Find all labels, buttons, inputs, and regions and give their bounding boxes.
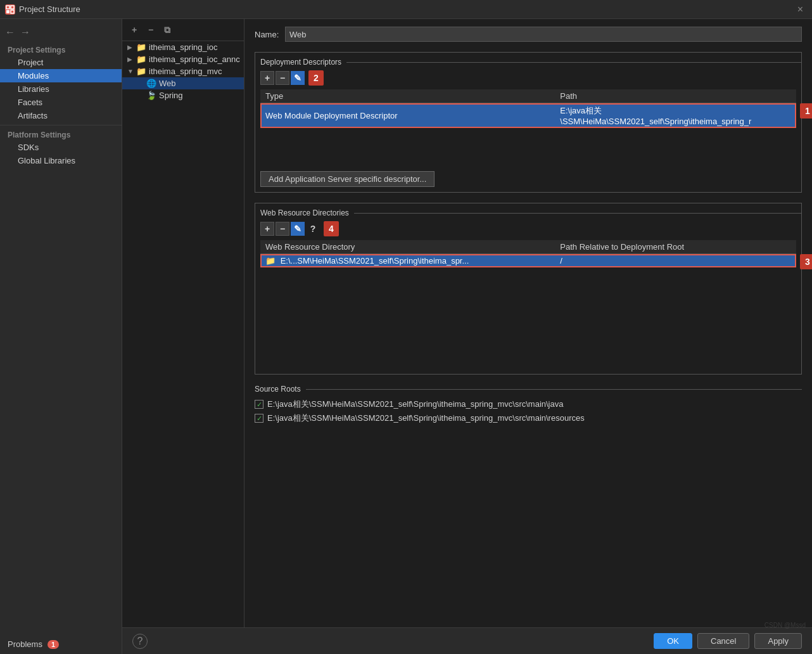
tree-item-web[interactable]: 🌐 Web	[122, 77, 244, 89]
web-resource-empty-space	[260, 267, 801, 369]
title-bar: Project Structure ×	[0, 0, 812, 19]
spring-icon: 🍃	[146, 91, 156, 100]
web-resource-table: Web Resource Directory Path Relative to …	[260, 240, 796, 267]
deployment-table-container: Type Path Web Module Deployment Descript…	[260, 89, 796, 128]
web-resource-remove-button[interactable]: −	[276, 222, 289, 236]
problems-section[interactable]: Problems 1	[0, 634, 122, 654]
folder-icon: 📁	[136, 54, 146, 64]
sidebar-item-modules-label: Modules	[18, 71, 49, 80]
section-divider	[346, 62, 801, 63]
copy-module-button[interactable]: ⧉	[160, 23, 174, 37]
tree-item-spring[interactable]: 🍃 Spring	[122, 89, 244, 101]
sidebar-divider	[0, 125, 122, 125]
left-panel: + − ⧉ ▶ 📁 itheima_spring_ioc ▶ 📁 itheima…	[122, 19, 244, 654]
web-resource-col-dir: Web Resource Directory	[260, 240, 555, 254]
ok-button[interactable]: OK	[654, 633, 692, 649]
cancel-button[interactable]: Cancel	[697, 633, 749, 649]
watermark: CSDN @Mssd	[764, 622, 806, 629]
svg-rect-1	[11, 6, 14, 9]
svg-rect-2	[6, 10, 10, 13]
remove-module-button[interactable]: −	[144, 23, 158, 37]
app-icon	[5, 4, 15, 15]
deployment-table-row[interactable]: Web Module Deployment Descriptor E:\java…	[260, 103, 796, 129]
left-panel-toolbar: + − ⧉	[122, 19, 244, 41]
sidebar-item-sdks-label: SDKs	[18, 143, 39, 152]
deployment-edit-button[interactable]: ✎	[291, 71, 305, 85]
web-resource-edit-button[interactable]: ✎	[291, 222, 305, 236]
web-icon: 🌐	[146, 79, 156, 88]
help-button[interactable]: ?	[132, 634, 148, 649]
tree-toggle-icon: ▶	[127, 44, 136, 51]
tree-item-itheima-spring-ioc[interactable]: ▶ 📁 itheima_spring_ioc	[122, 41, 244, 53]
web-resource-path-cell: /	[555, 254, 796, 268]
tree-item-label: itheima_spring_mvc	[149, 67, 222, 76]
close-button[interactable]: ×	[794, 3, 807, 16]
deployment-col-path: Path	[555, 89, 796, 103]
problems-label: Problems	[8, 639, 42, 649]
source-root-checkbox-1[interactable]	[255, 414, 263, 423]
source-roots-divider	[306, 389, 802, 390]
sidebar-item-facets[interactable]: Facets	[0, 96, 122, 109]
problems-badge: 1	[48, 640, 59, 649]
sidebar-item-artifacts[interactable]: Artifacts	[0, 109, 122, 122]
deployment-toolbar: + − ✎ 2	[260, 70, 801, 86]
web-resource-table-row[interactable]: 📁 E:\...SM\HeiMa\SSM2021_self\Spring\ith…	[260, 254, 796, 268]
tree-toggle-expanded-icon: ▼	[127, 68, 136, 75]
nav-back-button[interactable]: ←	[5, 27, 15, 38]
deployment-remove-button[interactable]: −	[276, 71, 289, 85]
web-resource-col-path: Path Relative to Deployment Root	[555, 240, 796, 254]
add-app-server-button[interactable]: Add Application Server specific descript…	[260, 171, 435, 187]
tree-toggle-icon: ▶	[127, 56, 136, 63]
sidebar-item-facets-label: Facets	[18, 98, 42, 107]
deployment-descriptors-section: Deployment Descriptors + − ✎ 2 Type Path	[255, 52, 802, 193]
svg-rect-0	[6, 6, 10, 9]
name-label: Name:	[255, 30, 280, 39]
sidebar-nav: ← →	[0, 24, 122, 43]
source-roots-section: Source Roots E:\java相关\SSM\HeiMa\SSM2021…	[255, 385, 802, 425]
source-root-path-0: E:\java相关\SSM\HeiMa\SSM2021_self\Spring\…	[267, 399, 563, 410]
tree-item-label: Spring	[159, 91, 183, 100]
sidebar-item-sdks[interactable]: SDKs	[0, 141, 122, 154]
apply-button[interactable]: Apply	[754, 633, 802, 649]
deployment-col-type: Type	[260, 89, 555, 103]
source-roots-title: Source Roots	[255, 385, 301, 394]
web-resource-dir-cell: 📁 E:\...SM\HeiMa\SSM2021_self\Spring\ith…	[260, 254, 555, 268]
deployment-empty-space	[260, 128, 801, 166]
bottom-left: ?	[132, 634, 148, 649]
sidebar-item-project[interactable]: Project	[0, 56, 122, 69]
tree-item-itheima-spring-mvc[interactable]: ▼ 📁 itheima_spring_mvc	[122, 65, 244, 77]
source-root-row-0: E:\java相关\SSM\HeiMa\SSM2021_self\Spring\…	[255, 397, 802, 411]
deployment-section-title: Deployment Descriptors	[260, 58, 341, 67]
tree-item-label: itheima_spring_ioc	[149, 42, 217, 52]
deployment-type-cell: Web Module Deployment Descriptor	[260, 103, 555, 129]
deployment-add-button[interactable]: +	[260, 71, 274, 85]
sidebar-item-modules[interactable]: Modules	[0, 69, 122, 82]
web-resource-add-button[interactable]: +	[260, 222, 274, 236]
web-section-divider	[354, 213, 801, 214]
tree-item-itheima-spring-ioc-annot[interactable]: ▶ 📁 itheima_spring_ioc_annc	[122, 53, 244, 65]
folder-icon: 📁	[136, 67, 146, 76]
add-module-button[interactable]: +	[127, 23, 141, 37]
web-resource-section-title: Web Resource Directories	[260, 208, 349, 217]
nav-forward-button[interactable]: →	[20, 27, 30, 38]
bottom-bar: ? OK Cancel Apply	[122, 627, 812, 654]
web-resource-help-button[interactable]: ?	[306, 222, 320, 236]
source-root-checkbox-0[interactable]	[255, 400, 263, 409]
tree-item-label: itheima_spring_ioc_annc	[149, 54, 240, 64]
sidebar-item-global-libraries[interactable]: Global Libraries	[0, 154, 122, 167]
web-resource-toolbar: + − ✎ ? 4	[260, 221, 801, 236]
deployment-path-cell: E:\java相关\SSM\HeiMa\SSM2021_self\Spring\…	[555, 103, 796, 129]
annotation-3: 3	[800, 254, 812, 269]
platform-settings-label: Platform Settings	[0, 128, 122, 141]
source-roots-header: Source Roots	[255, 385, 802, 394]
sidebar-item-global-libraries-label: Global Libraries	[18, 156, 75, 165]
annotation-4: 4	[324, 221, 339, 236]
window-title: Project Structure	[19, 4, 80, 14]
content-area: Name: Deployment Descriptors + − ✎ 2	[244, 19, 812, 654]
sidebar: ← → Project Settings Project Modules Lib…	[0, 19, 122, 654]
tree-item-label: Web	[159, 79, 176, 88]
svg-rect-3	[11, 10, 14, 13]
name-input[interactable]	[285, 27, 802, 42]
sidebar-item-libraries[interactable]: Libraries	[0, 82, 122, 96]
folder-icon: 📁	[136, 42, 146, 52]
